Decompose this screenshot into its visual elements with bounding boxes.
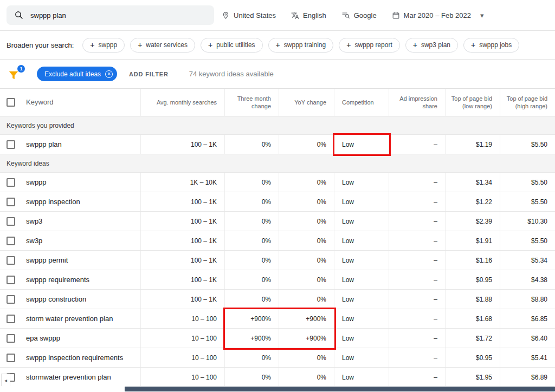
section-header: Keywords you provided	[0, 116, 555, 135]
table-row: storm water prevention plan10 – 100+900%…	[0, 309, 555, 329]
yoy-value: 0%	[317, 354, 326, 362]
keyword-cell: sw3p	[0, 231, 141, 250]
keyword-cell: swppp	[0, 173, 141, 192]
yoy-cell: 0%	[279, 270, 334, 289]
broaden-chip-swppp[interactable]: + swppp	[82, 38, 125, 53]
row-checkbox[interactable]	[7, 237, 15, 245]
row-checkbox[interactable]	[7, 256, 15, 265]
scroll-left-button[interactable]: ◂	[1, 374, 10, 387]
high-bid-value: $6.85	[531, 315, 547, 323]
competition-cell: Low	[334, 135, 389, 154]
low-bid-value: $1.19	[476, 141, 492, 148]
searches-cell: 100 – 1K	[141, 231, 225, 250]
chip-label: swppp training	[284, 41, 326, 49]
section-header: Keyword ideas	[0, 154, 555, 173]
chevron-down-icon[interactable]: ▾	[480, 11, 484, 19]
broaden-chip-swppp-report[interactable]: + swppp report	[339, 38, 400, 53]
language-setting[interactable]: English	[291, 11, 326, 19]
three-month-value: 0%	[262, 198, 271, 206]
high-bid-cell: $5.34	[500, 251, 555, 270]
competition-header: Competition	[334, 89, 389, 116]
competition-value: Low	[342, 335, 354, 342]
row-checkbox[interactable]	[7, 217, 15, 226]
competition-value: Low	[342, 315, 354, 323]
ad-impression-share-header: Ad impression share	[389, 89, 446, 116]
three-month-cell: 0%	[225, 192, 279, 211]
searches-cell: 100 – 1K	[141, 192, 225, 211]
table-header-row: Keyword Avg. monthly searches Three mont…	[0, 88, 555, 116]
high-bid-value: $5.41	[531, 354, 547, 362]
location-setting[interactable]: United States	[222, 11, 276, 19]
topbar: swppp plan United States English	[0, 0, 555, 31]
remove-filter-icon[interactable]: ✕	[105, 70, 113, 78]
broaden-label: Broaden your search:	[7, 41, 74, 49]
ad-share-cell: –	[389, 192, 446, 211]
keyword-cell: stormwater prevention plan	[0, 368, 141, 387]
three-month-value: 0%	[262, 354, 271, 362]
low-bid-value: $1.34	[476, 179, 492, 186]
date-range-setting[interactable]: Mar 2020 – Feb 2022 ▾	[392, 11, 484, 19]
exclude-chip-label: Exclude adult ideas	[44, 70, 101, 78]
broaden-chip-swppp-training[interactable]: + swppp training	[268, 38, 334, 53]
exclude-adult-ideas-chip[interactable]: Exclude adult ideas ✕	[37, 67, 117, 81]
broaden-chip-swp3-plan[interactable]: + swp3 plan	[405, 38, 458, 53]
row-checkbox[interactable]	[7, 198, 15, 206]
searches-cell: 100 – 1K	[141, 251, 225, 270]
row-checkbox[interactable]	[7, 276, 15, 284]
plus-icon: +	[471, 41, 475, 49]
row-checkbox[interactable]	[7, 178, 15, 187]
keyword-search-input[interactable]: swppp plan	[7, 5, 214, 25]
competition-value: Low	[342, 257, 354, 264]
competition-cell: Low	[334, 173, 389, 192]
keyword-label: swppp inspection requirements	[26, 354, 123, 362]
competition-cell: Low	[334, 192, 389, 211]
broaden-chip-swppp-jobs[interactable]: + swppp jobs	[463, 38, 519, 53]
yoy-value: 0%	[317, 198, 326, 206]
high-bid-cell: $6.89	[500, 368, 555, 387]
avg-monthly-searches-header: Avg. monthly searches	[141, 89, 225, 116]
competition-cell: Low	[334, 368, 389, 387]
row-checkbox[interactable]	[7, 334, 15, 343]
row-checkbox[interactable]	[7, 140, 15, 149]
ad-share-cell: –	[389, 231, 446, 250]
targeting-settings: United States English Google	[222, 11, 483, 19]
chip-label: swppp	[98, 41, 117, 49]
broaden-chip-public-utilities[interactable]: + public utilities	[201, 38, 263, 53]
yoy-cell: 0%	[279, 368, 334, 387]
competition-cell: Low	[334, 251, 389, 270]
row-checkbox[interactable]	[7, 295, 15, 304]
high-bid-cell: $8.80	[500, 290, 555, 309]
select-all-checkbox[interactable]	[7, 98, 15, 107]
searches-cell: 10 – 100	[141, 329, 225, 348]
keyword-cell: storm water prevention plan	[0, 309, 141, 328]
row-checkbox[interactable]	[7, 315, 15, 323]
keyword-cell: swppp inspection	[0, 192, 141, 211]
competition-value: Low	[342, 276, 354, 284]
ad-share-value: –	[434, 276, 437, 284]
ad-share-cell: –	[389, 173, 446, 192]
keyword-label: swppp	[26, 178, 47, 186]
add-filter-button[interactable]: ADD FILTER	[129, 71, 169, 77]
filter-funnel[interactable]: 1	[8, 66, 24, 82]
row-checkbox[interactable]	[7, 354, 15, 362]
keyword-label: swp3	[26, 217, 42, 225]
searches-value: 100 – 1K	[191, 296, 217, 303]
keyword-label: sw3p	[26, 237, 42, 245]
high-bid-value: $4.38	[531, 276, 547, 284]
yoy-cell: 0%	[279, 173, 334, 192]
ideas-available-count: 74 keyword ideas available	[189, 70, 274, 78]
language-value: English	[303, 11, 326, 19]
low-bid-cell: $1.16	[446, 251, 500, 270]
network-value: Google	[354, 11, 377, 19]
ad-share-value: –	[434, 141, 437, 148]
network-setting[interactable]: Google	[341, 11, 377, 19]
competition-cell: Low	[334, 212, 389, 231]
header-label: Keyword	[26, 99, 54, 106]
horizontal-scrollbar-thumb[interactable]	[125, 387, 555, 391]
searches-value: 100 – 1K	[191, 141, 217, 148]
three-month-value: +900%	[250, 315, 271, 323]
broaden-chip-water-services[interactable]: + water services	[130, 38, 195, 53]
yoy-value: 0%	[317, 218, 326, 225]
ad-share-cell: –	[389, 368, 446, 387]
chip-label: water services	[146, 41, 188, 49]
